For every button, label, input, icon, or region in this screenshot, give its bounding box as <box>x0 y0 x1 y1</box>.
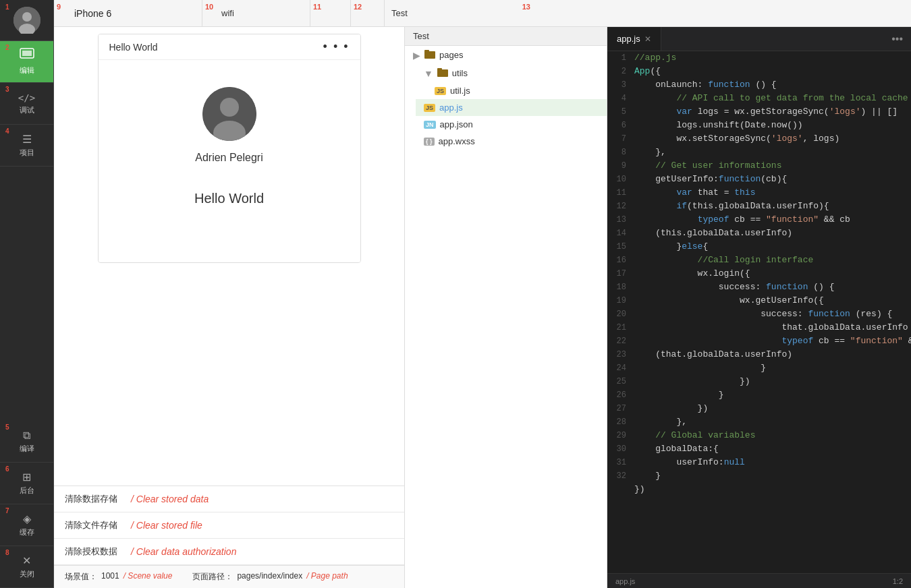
phone-header: Hello World • • • <box>99 34 360 60</box>
editor-tab-appjs[interactable]: app.js ✕ <box>607 27 661 51</box>
line-content-5: var logs = wx.getStorageSync('logs') || … <box>634 105 898 119</box>
tree-item-pages[interactable]: ▶ pages <box>405 46 607 64</box>
json-badge: JN <box>424 121 436 129</box>
scene-value-item: 场景值： 1001 / Scene value <box>65 571 172 583</box>
line-num-18: 18 <box>607 281 634 294</box>
phone-user-name: Adrien Pelegri <box>195 152 263 164</box>
clear-auth-data-button[interactable]: 清除授权数据 / Clear data authorization <box>54 539 404 565</box>
filetree-panel: Test ▶ pages ▼ <box>405 27 607 588</box>
tree-item-appjs[interactable]: JS app.js <box>416 99 607 116</box>
editor-body[interactable]: 1 //app.js 2 App({ 3 onLaunch: function … <box>607 51 911 573</box>
backend-icon: ⊞ <box>22 471 31 483</box>
line-content-33: }) <box>634 483 645 496</box>
code-line-15: 15 }else{ <box>607 240 911 254</box>
sidebar-item-backend[interactable]: 6 ⊞ 后台 <box>0 463 53 504</box>
editor-more-button[interactable]: ••• <box>883 33 911 45</box>
sidebar-num-4: 4 <box>5 127 9 135</box>
simulator-screen: Hello World • • • Adrien Pelegri He <box>54 27 404 486</box>
svg-point-6 <box>220 98 239 117</box>
page-path-label-en: / Page path <box>306 571 348 583</box>
line-content-13: typeof cb == "function" && cb <box>634 213 850 227</box>
sidebar-item-compile[interactable]: 5 ⧉ 编译 <box>0 421 53 463</box>
line-content-14: (this.globalData.userInfo) <box>634 227 792 240</box>
code-line-11: 11 var that = this <box>607 186 911 200</box>
tree-item-utils[interactable]: ▼ utils <box>416 64 607 82</box>
code-line-13: 13 typeof cb == "function" && cb <box>607 213 911 227</box>
line-num-7: 7 <box>607 132 634 146</box>
clear-auth-data-cn: 清除授权数据 <box>65 546 126 558</box>
code-line-23: 23 (that.globalData.userInfo) <box>607 348 911 361</box>
editor-panel: app.js ✕ ••• 1 //app.js 2 App({ 3 <box>607 27 911 588</box>
sidebar-item-project[interactable]: 4 ☰ 项目 <box>0 125 53 167</box>
debug-icon: </> <box>18 92 35 103</box>
close-icon: ✕ <box>22 554 31 567</box>
phone-dots: • • • <box>323 40 350 54</box>
line-num-32: 32 <box>607 469 634 483</box>
line-num-30: 30 <box>607 442 634 456</box>
clear-data-storage-button[interactable]: 清除数据存储 / Clear stored data <box>54 486 404 512</box>
filetree-title: Test <box>413 31 429 41</box>
line-content-23: (that.globalData.userInfo) <box>634 348 792 361</box>
sidebar-num-2: 2 <box>5 44 9 51</box>
code-line-10: 10 getUserInfo:function(cb){ <box>607 173 911 186</box>
code-line-5: 5 var logs = wx.getStorageSync('logs') |… <box>607 105 911 119</box>
compile-icon: ⧉ <box>23 430 30 442</box>
sidebar-item-edit[interactable]: 2 编辑 <box>0 41 53 83</box>
sidebar-item-debug-label: 调试 <box>20 105 34 115</box>
code-line-16: 16 //Call login interface <box>607 254 911 267</box>
line-content-27: }) <box>634 402 708 415</box>
line-content-12: if(this.globalData.userInfo){ <box>634 200 829 213</box>
user-avatar-section: 1 <box>0 0 53 41</box>
code-line-28: 28 }, <box>607 415 911 429</box>
line-num-11: 11 <box>607 186 634 200</box>
line-content-2: App({ <box>634 65 661 78</box>
tree-item-utils-label: utils <box>452 68 468 78</box>
topbar-num-9: 9 <box>57 3 61 11</box>
folder-arrow-icon-utils: ▼ <box>424 68 433 79</box>
clear-file-storage-cn: 清除文件存储 <box>65 519 126 531</box>
line-content-11: var that = this <box>634 186 755 200</box>
topbar-num-13: 13 <box>522 3 530 11</box>
page-path-label-cn: 页面路径： <box>192 571 233 583</box>
code-line-1: 1 //app.js <box>607 51 911 65</box>
code-line-9: 9 // Get user informations <box>607 159 911 173</box>
code-line-17: 17 wx.login({ <box>607 267 911 281</box>
line-num-13: 13 <box>607 213 634 227</box>
line-num-12: 12 <box>607 200 634 213</box>
clear-data-storage-en: / Clear stored data <box>131 494 209 504</box>
tree-item-appjson[interactable]: JN app.json <box>416 116 607 133</box>
topbar-num-12: 12 <box>354 3 362 11</box>
edit-icon <box>20 48 34 63</box>
code-line-8: 8 }, <box>607 146 911 159</box>
sidebar-item-cache[interactable]: 7 ◈ 缓存 <box>0 504 53 546</box>
editor-tab-close-button[interactable]: ✕ <box>644 34 651 44</box>
tree-item-utiljs-label: util.js <box>450 86 470 96</box>
js-badge-util: JS <box>435 87 446 95</box>
line-content-17: wx.login({ <box>634 267 750 281</box>
sidebar-item-debug[interactable]: 3 </> 调试 <box>0 83 53 125</box>
editor-footer: app.js 1:2 <box>607 573 911 588</box>
topbar-num-11: 11 <box>313 3 321 11</box>
scene-value-num: 1001 <box>101 571 119 583</box>
line-content-9: // Get user informations <box>634 159 781 173</box>
line-num-33 <box>607 483 634 496</box>
cache-icon: ◈ <box>23 512 31 525</box>
topbar-test-section: Test 13 <box>385 0 533 26</box>
code-line-12: 12 if(this.globalData.userInfo){ <box>607 200 911 213</box>
sidebar-item-close[interactable]: 8 ✕ 关闭 <box>0 546 53 588</box>
tree-item-utiljs[interactable]: JS util.js <box>426 82 607 99</box>
line-content-8: }, <box>634 146 666 159</box>
page-path-item: 页面路径： pages/index/index / Page path <box>192 571 348 583</box>
code-line-27: 27 }) <box>607 402 911 415</box>
page-path-value: pages/index/index <box>237 571 302 583</box>
phone-frame: Hello World • • • Adrien Pelegri He <box>98 34 361 263</box>
line-content-15: }else{ <box>634 240 708 254</box>
phone-body: Adrien Pelegri Hello World <box>99 60 360 262</box>
clear-file-storage-button[interactable]: 清除文件存储 / Clear stored file <box>54 512 404 539</box>
line-content-26: } <box>634 388 724 402</box>
clear-data-storage-cn: 清除数据存储 <box>65 493 126 505</box>
line-num-15: 15 <box>607 240 634 254</box>
line-content-1: //app.js <box>634 51 676 65</box>
sidebar-num-3: 3 <box>5 86 9 93</box>
tree-item-appwxss[interactable]: { } app.wxss <box>416 133 607 150</box>
